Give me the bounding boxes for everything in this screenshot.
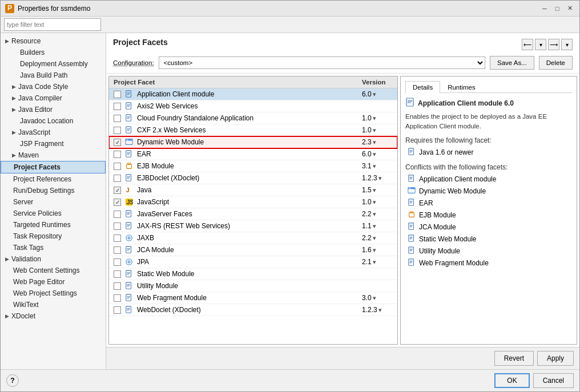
facet-checkbox[interactable] [114,246,121,254]
facet-checkbox[interactable] [114,163,121,170]
table-row[interactable]: WebDoclet (XDoclet) 1.2.3 ▾ [109,304,397,316]
tab-runtimes[interactable]: Runtimes [440,81,483,93]
table-row[interactable]: Cloud Foundry Standalone Application 1.0… [109,112,397,124]
dropdown-button[interactable]: ▾ [535,39,546,50]
close-button[interactable]: ✕ [565,3,575,14]
sidebar-item-java-code-style[interactable]: ▶Java Code Style [1,81,106,92]
table-row[interactable]: JAXB 2.2 ▾ [109,232,397,244]
version-dropdown[interactable]: ▾ [373,223,376,230]
delete-button[interactable]: Delete [539,56,573,70]
facet-name-cell: Axis2 Web Services [109,100,357,112]
table-row[interactable]: Web Fragment Module 3.0 ▾ [109,292,397,304]
sidebar-item-builders[interactable]: Builders [1,47,106,58]
facet-checkbox[interactable] [114,127,121,134]
facet-checkbox[interactable] [114,103,121,110]
minimize-button[interactable]: ─ [539,3,550,14]
version-dropdown[interactable]: ▾ [373,199,376,206]
facet-checkbox[interactable] [114,294,121,302]
sidebar-item-wikitext[interactable]: WikiText [1,299,106,310]
version-dropdown[interactable]: ▾ [373,258,376,266]
table-row[interactable]: JavaServer Faces 2.2 ▾ [109,208,397,220]
sidebar-item-jsp-fragment[interactable]: JSP Fragment [1,138,106,149]
version-dropdown[interactable]: ▾ [373,235,376,242]
sidebar-item-project-facets[interactable]: Project Facets [1,161,106,173]
tab-details[interactable]: Details [405,81,440,93]
sidebar-item-run-debug-settings[interactable]: Run/Debug Settings [1,185,106,196]
version-dropdown[interactable]: ▾ [373,127,376,134]
sidebar-item-javadoc-location[interactable]: Javadoc Location [1,115,106,127]
table-row[interactable]: J Java 1.5 ▾ [109,184,397,196]
table-row[interactable]: Utility Module [109,280,397,292]
version-dropdown[interactable]: ▾ [373,294,376,302]
table-row[interactable]: EAR 6.0 ▾ [109,148,397,160]
facet-checkbox[interactable] [114,187,121,194]
version-dropdown[interactable]: ▾ [378,306,382,314]
table-row[interactable]: EJBDoclet (XDoclet) 1.2.3 ▾ [109,172,397,184]
version-dropdown[interactable]: ▾ [373,163,376,170]
version-dropdown[interactable]: ▾ [373,211,376,218]
facet-checkbox[interactable] [114,235,121,242]
sidebar-item-java-editor[interactable]: ▶Java Editor [1,104,106,115]
sidebar-item-java-compiler[interactable]: ▶Java Compiler [1,92,106,104]
facet-checkbox[interactable] [114,223,121,230]
facet-checkbox[interactable] [114,306,121,314]
table-row[interactable]: EJB Module 3.1 ▾ [109,160,397,172]
save-as-button[interactable]: Save As... [490,56,534,70]
sidebar-item-web-project-settings[interactable]: Web Project Settings [1,288,106,299]
sidebar-item-web-page-editor[interactable]: Web Page Editor [1,276,106,288]
sidebar-item-javascript[interactable]: ▶JavaScript [1,127,106,138]
table-row[interactable]: JS JavaScript 1.0 ▾ [109,196,397,208]
sidebar-item-deployment-assembly[interactable]: Deployment Assembly [1,58,106,70]
sidebar-item-maven[interactable]: ▶Maven [1,149,106,161]
version-dropdown[interactable]: ▾ [373,91,376,98]
version-dropdown[interactable]: ▾ [373,151,376,158]
cancel-button[interactable]: Cancel [533,373,574,388]
config-select[interactable]: <custom> [159,56,485,69]
ok-button[interactable]: OK [494,373,529,388]
version-dropdown[interactable]: ▾ [373,139,376,146]
sidebar-item-targeted-runtimes[interactable]: Targeted Runtimes [1,219,106,231]
help-button[interactable]: ? [6,374,19,387]
version-dropdown[interactable]: ▾ [373,115,376,122]
facet-checkbox[interactable] [114,199,121,206]
version-dropdown[interactable]: ▾ [373,246,376,254]
table-row[interactable]: Application Client module 6.0 ▾ [109,88,397,100]
facet-checkbox[interactable] [114,91,121,98]
facet-name: Cloud Foundry Standalone Application [137,114,253,122]
forward-button[interactable]: ⟶ [548,39,559,50]
apply-button[interactable]: Apply [537,351,574,366]
table-row[interactable]: Static Web Module [109,268,397,280]
version-dropdown[interactable]: ▾ [373,187,376,194]
sidebar-item-project-references[interactable]: Project References [1,173,106,185]
menu-button[interactable]: ▾ [561,39,573,50]
sidebar-item-java-build-path[interactable]: Java Build Path [1,70,106,81]
sidebar-item-validation[interactable]: ▶Validation [1,253,106,265]
table-row[interactable]: JCA Module 1.6 ▾ [109,244,397,256]
filter-input[interactable] [4,18,101,31]
facet-checkbox[interactable] [114,282,121,290]
maximize-button[interactable]: □ [552,3,562,14]
table-row[interactable]: Dynamic Web Module 2.3 ▾ [109,136,397,148]
version-dropdown[interactable]: ▾ [378,175,382,182]
facet-checkbox[interactable] [114,270,121,278]
facet-checkbox[interactable] [114,258,121,266]
facet-checkbox[interactable] [114,175,121,182]
table-row[interactable]: JAX-RS (REST Web Services) 1.1 ▾ [109,220,397,232]
table-row[interactable]: CXF 2.x Web Services 1.0 ▾ [109,124,397,136]
facet-checkbox[interactable] [114,115,121,122]
sidebar-item-xdoclet[interactable]: ▶XDoclet [1,310,106,322]
sidebar-item-service-policies[interactable]: Service Policies [1,208,106,219]
table-row[interactable]: Axis2 Web Services [109,100,397,112]
facet-checkbox[interactable] [114,139,121,146]
sidebar-item-resource[interactable]: ▶Resource [1,35,106,47]
sidebar-item-web-content-settings[interactable]: Web Content Settings [1,265,106,276]
sidebar-item-server[interactable]: Server [1,196,106,208]
conflict-icon [408,175,416,184]
facet-checkbox[interactable] [114,151,121,158]
back-button[interactable]: ⟵ [522,39,533,50]
facet-checkbox[interactable] [114,211,121,218]
sidebar-item-task-repository[interactable]: Task Repository [1,231,106,242]
table-row[interactable]: JPA 2.1 ▾ [109,256,397,268]
sidebar-item-task-tags[interactable]: Task Tags [1,242,106,253]
revert-button[interactable]: Revert [494,351,534,366]
